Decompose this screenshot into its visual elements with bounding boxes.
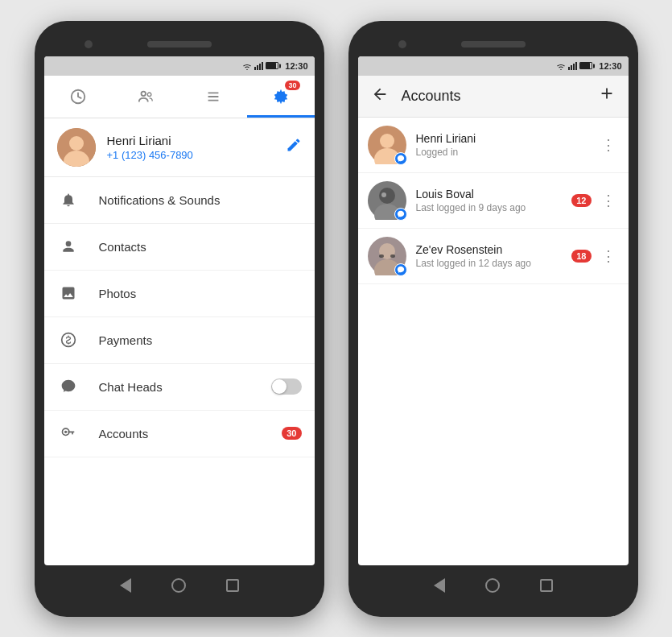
svg-point-14 bbox=[380, 134, 394, 148]
scene: 12:30 bbox=[0, 0, 672, 637]
settings-tabs: 30 bbox=[44, 76, 315, 118]
bell-icon bbox=[57, 192, 80, 208]
status-icons-right bbox=[556, 62, 592, 70]
status-bar-left: 12:30 bbox=[44, 56, 315, 76]
tab-clock[interactable] bbox=[44, 76, 112, 118]
right-phone: 12:30 Accounts bbox=[348, 21, 638, 617]
left-phone: 12:30 bbox=[35, 21, 324, 617]
profile-header[interactable]: Henri Liriani +1 (123) 456-7890 bbox=[44, 118, 315, 177]
svg-rect-24 bbox=[390, 254, 395, 258]
account-badge-louis: 12 bbox=[571, 194, 591, 207]
svg-rect-23 bbox=[379, 254, 384, 258]
contact-icon bbox=[57, 238, 80, 254]
messenger-badge-henri bbox=[394, 152, 407, 165]
status-time-left: 12:30 bbox=[285, 61, 307, 71]
account-right-zeev: 18 ⋮ bbox=[571, 244, 618, 268]
chat-heads-toggle[interactable] bbox=[271, 378, 302, 395]
back-nav-right[interactable] bbox=[434, 578, 445, 593]
settings-item-payments[interactable]: Payments bbox=[44, 317, 315, 364]
account-right-louis: 12 ⋮ bbox=[571, 188, 618, 213]
svg-point-1 bbox=[141, 91, 146, 96]
edit-icon[interactable] bbox=[286, 137, 302, 157]
tab-list[interactable] bbox=[179, 76, 247, 118]
account-item-zeev[interactable]: Ze'ev Rosenstein Last logged in 12 days … bbox=[358, 229, 629, 284]
key-icon bbox=[57, 425, 80, 441]
status-bar-right: 12:30 bbox=[358, 56, 629, 76]
camera-left bbox=[85, 40, 93, 48]
recent-nav-right[interactable] bbox=[540, 579, 553, 592]
more-button-louis[interactable]: ⋮ bbox=[598, 188, 619, 213]
settings-item-contacts[interactable]: Contacts bbox=[44, 224, 315, 271]
add-account-button[interactable] bbox=[592, 78, 622, 114]
account-status-louis: Last logged in 9 days ago bbox=[416, 202, 572, 213]
account-status-henri: Logged in bbox=[416, 147, 598, 158]
phone-top-left bbox=[44, 32, 315, 56]
home-nav-right[interactable] bbox=[485, 578, 500, 593]
account-info-zeev: Ze'ev Rosenstein Last logged in 12 days … bbox=[416, 243, 572, 269]
battery-icon-right bbox=[579, 62, 592, 69]
accounts-header: Accounts bbox=[358, 76, 629, 118]
account-name-henri: Henri Liriani bbox=[416, 132, 598, 145]
wifi-icon bbox=[242, 62, 252, 70]
settings-item-photos[interactable]: Photos bbox=[44, 271, 315, 317]
more-button-henri[interactable]: ⋮ bbox=[598, 133, 619, 157]
account-avatar-louis bbox=[368, 181, 406, 220]
accounts-page-title: Accounts bbox=[402, 88, 592, 105]
svg-point-2 bbox=[147, 92, 151, 96]
photos-label: Photos bbox=[99, 287, 302, 300]
right-screen: 12:30 Accounts bbox=[358, 56, 629, 565]
signal-icon-right bbox=[568, 62, 577, 70]
contacts-label: Contacts bbox=[99, 240, 302, 254]
profile-name: Henri Liriani bbox=[107, 134, 286, 147]
dollar-icon bbox=[57, 332, 80, 348]
back-button[interactable] bbox=[365, 79, 395, 114]
phone-top-right bbox=[358, 32, 629, 56]
account-item-louis[interactable]: Louis Boval Last logged in 9 days ago 12… bbox=[358, 173, 629, 229]
recent-nav-left[interactable] bbox=[226, 579, 239, 592]
svg-point-19 bbox=[381, 192, 386, 197]
account-name-zeev: Ze'ev Rosenstein bbox=[416, 243, 572, 256]
more-button-zeev[interactable]: ⋮ bbox=[598, 244, 619, 268]
wifi-icon-right bbox=[556, 62, 566, 70]
svg-point-8 bbox=[69, 136, 84, 151]
accounts-list: Henri Liriani Logged in ⋮ bbox=[358, 118, 629, 565]
avatar bbox=[57, 128, 96, 167]
account-badge-zeev: 18 bbox=[571, 250, 591, 263]
accounts-badge: 30 bbox=[282, 427, 301, 440]
account-right-henri: ⋮ bbox=[598, 133, 619, 157]
account-item-henri[interactable]: Henri Liriani Logged in ⋮ bbox=[358, 118, 629, 173]
people-icon bbox=[137, 88, 155, 105]
profile-avatar-img bbox=[57, 128, 96, 167]
list-icon bbox=[204, 88, 222, 105]
back-arrow-icon bbox=[371, 85, 389, 103]
settings-item-accounts[interactable]: Accounts 30 bbox=[44, 411, 315, 457]
payments-label: Payments bbox=[99, 333, 302, 347]
back-nav-left[interactable] bbox=[120, 578, 131, 593]
accounts-right: 30 bbox=[282, 427, 301, 440]
account-status-zeev: Last logged in 12 days ago bbox=[416, 258, 572, 269]
account-info-louis: Louis Boval Last logged in 9 days ago bbox=[416, 188, 572, 213]
left-screen: 12:30 bbox=[44, 56, 315, 565]
messenger-badge-louis bbox=[394, 208, 407, 221]
notifications-label: Notifications & Sounds bbox=[99, 193, 302, 207]
profile-info: Henri Liriani +1 (123) 456-7890 bbox=[107, 134, 286, 161]
chat-heads-icon bbox=[57, 378, 80, 395]
gear-icon bbox=[272, 88, 290, 105]
speaker-right bbox=[461, 41, 526, 48]
camera-right bbox=[398, 40, 406, 48]
settings-item-notifications[interactable]: Notifications & Sounds bbox=[44, 177, 315, 224]
signal-icon-left bbox=[254, 62, 263, 70]
tab-settings[interactable]: 30 bbox=[247, 76, 315, 118]
accounts-menu-label: Accounts bbox=[99, 427, 282, 441]
messenger-badge-zeev bbox=[394, 263, 407, 276]
account-info-henri: Henri Liriani Logged in bbox=[416, 132, 598, 158]
status-icons-left bbox=[242, 62, 278, 70]
toggle-knob bbox=[272, 379, 287, 394]
home-nav-left[interactable] bbox=[171, 578, 186, 593]
tab-people[interactable] bbox=[112, 76, 179, 118]
settings-item-chat-heads[interactable]: Chat Heads bbox=[44, 364, 315, 411]
photo-icon bbox=[57, 285, 80, 301]
svg-point-12 bbox=[64, 431, 67, 433]
phone-bottom-left bbox=[44, 565, 315, 606]
phone-bottom-right bbox=[358, 565, 629, 606]
